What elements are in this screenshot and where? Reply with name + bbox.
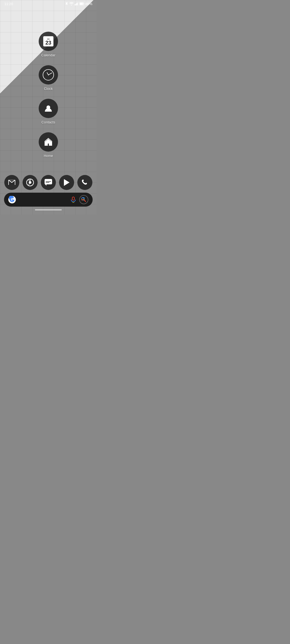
app-list: ▬ 23 Calendar Clock: [39, 32, 58, 175]
status-time: 11:20: [4, 2, 13, 6]
svg-rect-1: [76, 3, 77, 5]
chrome-dock-icon[interactable]: [23, 175, 38, 190]
svg-point-24: [83, 197, 85, 199]
svg-rect-5: [84, 3, 84, 4]
status-bar: 11:20: [0, 0, 97, 8]
home-label: Home: [44, 154, 53, 158]
status-icons: 86%: [65, 2, 92, 6]
wifi-icon: [69, 2, 74, 5]
clock-icon-bg: [39, 65, 58, 85]
clock-minute-hand: [48, 72, 52, 75]
svg-rect-18: [72, 197, 74, 200]
calendar-icon: ▬ 23: [43, 36, 53, 46]
contacts-app[interactable]: Contacts: [39, 99, 58, 124]
svg-point-26: [83, 199, 84, 200]
svg-line-11: [28, 180, 30, 181]
home-icon: [44, 138, 53, 146]
svg-point-25: [81, 199, 83, 200]
google-g-icon: G: [8, 196, 16, 203]
bluetooth-icon: [65, 2, 68, 6]
clock-app[interactable]: Clock: [39, 65, 58, 91]
lens-icon[interactable]: [79, 195, 88, 204]
phone-dock-icon[interactable]: [77, 175, 92, 190]
calendar-app[interactable]: ▬ 23 Calendar: [39, 32, 58, 57]
calendar-label: Calendar: [41, 53, 56, 57]
contacts-label: Contacts: [41, 120, 55, 124]
contacts-icon-bg: [39, 99, 58, 118]
svg-rect-15: [46, 182, 49, 183]
battery-icon: [79, 2, 84, 5]
dock-row: [3, 175, 94, 190]
clock-icon: [43, 69, 54, 80]
svg-rect-0: [75, 4, 75, 5]
svg-point-9: [29, 181, 31, 184]
clock-label: Clock: [44, 87, 53, 91]
home-app[interactable]: Home: [39, 132, 58, 158]
mic-icon[interactable]: [70, 196, 77, 203]
gmail-dock-icon[interactable]: [4, 175, 19, 190]
clock-center-dot: [48, 75, 49, 75]
dock-area: G: [0, 175, 97, 212]
signal-icon: [75, 2, 78, 5]
calendar-icon-bg: ▬ 23: [39, 32, 58, 51]
svg-rect-3: [78, 2, 78, 5]
home-indicator: [35, 209, 62, 210]
contacts-icon: [44, 104, 53, 113]
svg-line-23: [84, 200, 86, 202]
svg-rect-14: [46, 181, 51, 182]
svg-rect-6: [80, 3, 83, 5]
messages-dock-icon[interactable]: [41, 175, 56, 190]
svg-text:G: G: [10, 198, 13, 202]
svg-rect-2: [77, 3, 78, 5]
search-bar[interactable]: G: [4, 193, 93, 207]
play-dock-icon[interactable]: [59, 175, 74, 190]
home-icon-bg: [39, 132, 58, 152]
calendar-date: 23: [45, 40, 51, 45]
main-content: ▬ 23 Calendar Clock: [0, 8, 97, 215]
svg-line-12: [28, 184, 30, 185]
battery-pct: 86%: [85, 2, 92, 6]
